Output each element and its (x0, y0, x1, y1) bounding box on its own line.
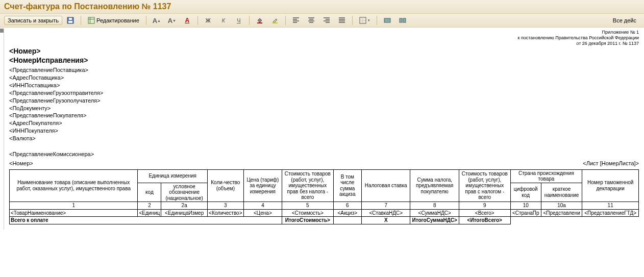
table-total-row: Всего к оплате ИтогоСтоимость> Х ИтогоСу… (10, 217, 639, 224)
underline-button[interactable]: Ч (232, 15, 246, 26)
underline-icon: Ч (235, 17, 242, 24)
align-left-button[interactable] (289, 15, 303, 26)
align-left-icon (292, 17, 300, 24)
commissioner-field: <ПредставлениеКомиссионера> (9, 150, 639, 158)
total-label: Всего к оплате (10, 217, 282, 224)
field-consignee: <ПредставлениеГрузополучателя> (9, 97, 639, 105)
colnum-3: 3 (207, 202, 243, 210)
align-justify-button[interactable] (335, 15, 349, 26)
th-cost-tax: Стоимость товаров (работ, услуг), имущес… (459, 169, 510, 202)
vertical-ruler (0, 29, 4, 230)
sheet-number-right: <Лист [НомерЛиста]> (583, 160, 639, 166)
colnum-1: 1 (10, 202, 138, 210)
field-supplier-inn: <ИННПоставщика> (9, 82, 639, 89)
merge-icon (384, 17, 391, 24)
th-name: Наименование товара (описание выполненны… (10, 169, 138, 202)
italic-icon: К (220, 17, 227, 24)
field-supplier-repr: <ПредставлениеПоставщика> (9, 66, 639, 74)
align-center-icon (308, 17, 315, 24)
correction-number-placeholder: <НомерИсправления> (9, 56, 639, 64)
colnum-2: 2 (138, 202, 161, 210)
bucket-icon (256, 17, 263, 24)
svg-rect-9 (384, 18, 390, 22)
bold-icon: Ж (205, 17, 212, 24)
font-increase-button[interactable]: A▲ (150, 15, 164, 26)
supplier-fields: <ПредставлениеПоставщика> <АдресПоставщи… (9, 66, 639, 142)
highlight-icon (271, 17, 279, 24)
font-increase-icon: A▲ (153, 17, 160, 24)
edit-icon (88, 17, 95, 24)
document-body[interactable]: Приложение № 1 к постановлению Правитель… (4, 29, 644, 230)
colnum-11: 11 (582, 202, 639, 210)
svg-rect-3 (88, 17, 94, 23)
svg-rect-7 (273, 22, 278, 23)
save-close-button[interactable]: Записать и закрыть (4, 16, 62, 25)
invoice-table: Наименование товара (описание выполненны… (9, 169, 639, 224)
th-cost-notax: Стоимость товаров (работ, услуг), имущес… (282, 169, 334, 202)
font-color-button[interactable]: A (180, 15, 194, 26)
align-right-icon (323, 17, 330, 24)
field-currency: <Валюта> (9, 135, 639, 142)
svg-rect-2 (69, 18, 72, 20)
colnum-8: 8 (410, 202, 459, 210)
italic-button[interactable]: К (216, 15, 231, 26)
th-country-code: цифровой код (510, 183, 541, 202)
split-cells-button[interactable] (395, 15, 410, 26)
th-country-name: краткое наименование (541, 183, 582, 202)
align-justify-icon (338, 17, 345, 24)
svg-rect-10 (400, 18, 402, 22)
th-taxrate: Налоговая ставка (361, 169, 410, 202)
th-unit-name: условное обозначение (национальное) (161, 183, 208, 202)
field-buyer-inn: <ИННПокупателя> (9, 127, 639, 135)
align-center-button[interactable] (304, 15, 318, 26)
titlebar: Счет-фактура по Постановлению № 1137 (0, 0, 644, 14)
field-shipper: <ПредставлениеГрузоотправителя> (9, 89, 639, 97)
number-placeholder: <Номер> (9, 47, 639, 55)
toolbar: Записать и закрыть Редактирование A▲ A▼ … (0, 14, 644, 28)
save-button[interactable] (63, 15, 78, 26)
split-icon (399, 17, 406, 24)
th-unit-code: код (138, 183, 161, 202)
field-supplier-address: <АдресПоставщика> (9, 74, 639, 82)
th-customs: Номер таможенной декларации (582, 169, 639, 202)
font-color-icon: A (184, 17, 191, 24)
fill-color-button[interactable] (253, 15, 267, 26)
borders-icon (359, 17, 366, 24)
merge-cells-button[interactable] (380, 15, 394, 26)
svg-rect-1 (68, 21, 72, 23)
appendix-block: Приложение № 1 к постановлению Правитель… (9, 30, 639, 46)
field-buyer-repr: <ПредставлениеПокупателя> (9, 112, 639, 119)
colnum-5: 5 (282, 202, 334, 210)
sheet-number-left: <Номер> (9, 160, 33, 166)
field-buyer-address: <АдресПокупателя> (9, 119, 639, 127)
colnum-2a: 2а (161, 202, 208, 210)
colnum-6: 6 (333, 202, 361, 210)
th-excise: В том числе сумма акциза (333, 169, 361, 202)
save-icon (67, 17, 74, 24)
svg-rect-4 (88, 19, 94, 19)
colnum-10a: 10а (541, 202, 582, 210)
svg-rect-5 (90, 17, 90, 23)
bold-button[interactable]: Ж (201, 15, 215, 26)
page-title: Счет-фактура по Постановлению № 1137 (4, 2, 640, 11)
edit-mode-button[interactable]: Редактирование (84, 15, 143, 26)
align-right-button[interactable] (319, 15, 334, 26)
svg-rect-11 (403, 18, 406, 22)
borders-button[interactable]: ▾ (356, 15, 374, 26)
colnum-7: 7 (361, 202, 410, 210)
th-taxsum: Сумма налога, предъявляемая покупателю (410, 169, 459, 202)
colnum-4: 4 (243, 202, 282, 210)
th-price: Цена (тариф) за единицу измерения (243, 169, 282, 202)
field-by-document: <ПоДокументу> (9, 105, 639, 112)
th-qty: Коли-чество (объем) (207, 169, 243, 202)
colnum-10: 10 (510, 202, 541, 210)
highlight-button[interactable] (268, 15, 282, 26)
all-actions-button[interactable]: Все дейс (609, 16, 640, 25)
svg-rect-6 (257, 22, 262, 23)
colnum-9: 9 (459, 202, 510, 210)
font-decrease-button[interactable]: A▼ (165, 15, 179, 26)
th-country-group: Страна происхождения товара (510, 169, 582, 183)
font-decrease-icon: A▼ (168, 17, 176, 24)
document-area: Приложение № 1 к постановлению Правитель… (0, 28, 644, 230)
table-row[interactable]: <ТоварНаименование> <Единиц <ЕдиницаИзме… (10, 209, 639, 217)
